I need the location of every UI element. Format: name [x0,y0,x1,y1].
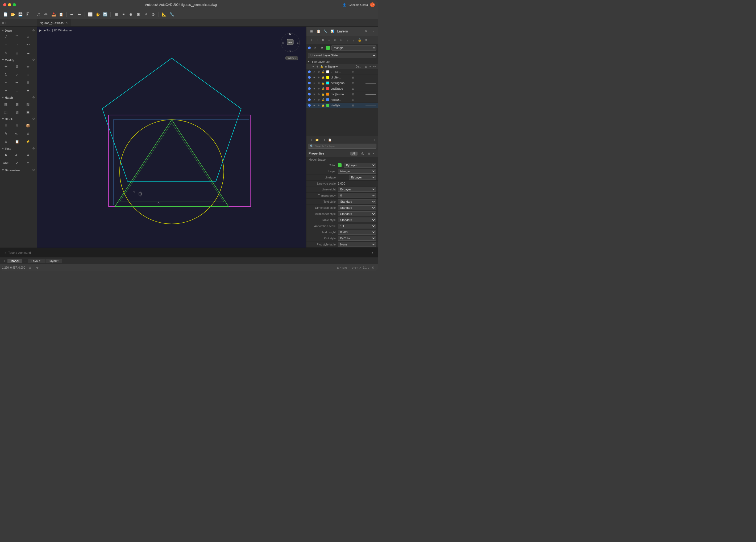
prop-select[interactable]: 0 [338,193,376,198]
layer-lock-icon[interactable]: 🔓 [322,76,325,79]
block7-tool[interactable]: ⊗ [2,138,10,145]
blocks-btn[interactable]: ⊞ [135,11,142,18]
properties-btn[interactable]: ≡ [120,11,127,18]
modify-section[interactable]: ▾ Modify ⚙ [1,57,36,62]
tool5[interactable]: 🔧 [168,11,175,18]
nav-arrow[interactable]: ▶ [39,29,41,32]
panel-icon1[interactable]: ⊞ [309,28,314,34]
layers-btn[interactable]: ▦ [113,11,119,18]
layer-lock-icon[interactable]: 🔓 [322,87,325,90]
chamfer-tool[interactable]: ⌙ [13,87,21,94]
hatch-tool[interactable]: ⊞ [13,49,21,57]
layer-toolbar-btn8[interactable]: ↓ [351,37,356,43]
freehand-tool[interactable]: ✎ [2,49,10,57]
notification-badge[interactable]: 17 [370,2,375,7]
layer-colorbox[interactable] [326,87,329,90]
panel-icon4[interactable]: 📊 [329,28,335,34]
layer-toolbar-btn2[interactable]: ⊟ [314,37,319,43]
visibility-icon[interactable]: ☀ [312,45,318,51]
hatch3-tool[interactable]: ▧ [24,100,32,108]
rotate-tool[interactable]: ↻ [2,71,10,78]
tab-layout2[interactable]: Layout2 [45,259,62,263]
block3-tool[interactable]: 📦 [24,122,32,129]
explode-tool[interactable]: ✸ [24,87,32,94]
stretch-tool[interactable]: ↕ [24,71,32,78]
layer-toolbar-btn9[interactable]: 🔒 [357,37,362,43]
preview-btn[interactable]: 👁 [43,11,49,18]
minimize-button[interactable] [8,3,11,6]
tab-add-btn[interactable]: + [2,258,7,264]
layer-toolbar-btn1[interactable]: ⊞ [308,37,313,43]
prop-select[interactable]: Standard [338,211,376,216]
hatch5-tool[interactable]: ▨ [13,108,21,116]
search-filter-btn2[interactable]: 📁 [314,137,320,143]
layer-row[interactable]: ☀ ❄ 🔓 quadrado De... ⊞ ——— [306,86,378,91]
prop-select[interactable]: Standard [338,205,376,210]
search-input-wrap[interactable]: 🔍 [308,144,376,149]
layer-lock-icon[interactable]: 🔓 [322,104,325,107]
arc-tool[interactable]: ⌒ [13,33,21,41]
save-as-btn[interactable]: 🗄 [24,11,31,18]
layer-toolbar-btn3[interactable]: ⊠ [320,37,326,43]
layer-freeze-icon[interactable]: ❄ [317,87,320,90]
layer-freeze-icon[interactable]: ❄ [317,98,320,101]
prop-select[interactable]: 1:1 [338,224,376,228]
current-layer-select[interactable]: triangle 0 circle pentagono quadrado rec… [331,45,376,51]
col-name[interactable]: Name ▾ [328,65,352,68]
wcs-badge[interactable]: WCS ▾ [285,56,298,60]
close-button[interactable] [3,3,6,6]
canvas-area[interactable]: ▶ ▶ Top | 2D Wireframe N E S W TOP WCS ▾ [37,27,306,248]
layer-state-select[interactable]: Unsaved Layer State [308,53,376,58]
fullscreen-button[interactable] [13,3,16,6]
prop-select[interactable]: ByLayer [338,187,376,192]
layer-colorbox[interactable] [326,93,329,96]
block8-tool[interactable]: 📋 [13,138,21,145]
groups-btn[interactable]: ⊕ [128,11,134,18]
layer-colorbox[interactable] [326,104,329,107]
col-visibility[interactable]: ☀ [311,65,315,68]
prop-select[interactable]: triangle [338,169,376,174]
prop-select[interactable]: Standard [338,199,376,204]
hatch-section[interactable]: ▾ Hatch ⚙ [1,95,36,100]
layer-visibility-icon[interactable]: ☀ [313,98,316,101]
layer-toolbar-btn4[interactable]: ≡ [326,37,332,43]
trim-tool[interactable]: ✂ [2,79,10,86]
text6-tool[interactable]: ⊙ [24,159,32,167]
measure-btn[interactable]: 📐 [161,11,167,18]
tab-layout-add[interactable]: + [22,258,28,264]
layer-toolbar-btn5[interactable]: ⊕ [333,37,338,43]
tab-figuras[interactable]: figuras_g...etricas* ✕ [37,19,71,26]
prop-close-icon[interactable]: ✕ [371,151,376,156]
move-tool[interactable]: ✛ [2,63,10,70]
cmd-icon2[interactable]: ↑ [374,251,376,255]
prop-select[interactable]: None [338,242,376,247]
save-btn[interactable]: 💾 [17,11,23,18]
layer-colorbox[interactable] [326,81,329,85]
col-lock[interactable]: 🔒 [320,65,323,68]
layer-search-input[interactable] [315,145,375,148]
layer-lock-icon[interactable]: 🔓 [322,98,325,101]
dimension-section[interactable]: ▾ Dimension ⚙ [1,167,36,172]
layer-freeze-icon[interactable]: ❄ [317,104,320,107]
polyline-tool[interactable]: ⌇ [13,41,21,49]
layer-toolbar-btn6[interactable]: ⊗ [339,37,344,43]
layer-lock-icon[interactable]: 🔓 [322,93,325,96]
undo-btn[interactable]: ↩ [69,11,75,18]
grid-btn[interactable]: ⊞ [27,265,32,270]
hide-layer-list[interactable]: ▾ Hide Layer List [306,59,378,64]
block2-tool[interactable]: ⊟ [13,122,21,129]
mirror-tool[interactable]: ⇔ [24,63,32,70]
print-btn[interactable]: 🖨 [35,11,42,18]
text1-tool[interactable]: A [2,151,10,159]
block4-tool[interactable]: ✎ [2,130,10,137]
tool4[interactable]: ⊙ [150,11,156,18]
layer-visibility-icon[interactable]: ☀ [313,104,316,107]
cmd-down-icon[interactable]: ▾ [372,251,373,255]
layer-visibility-icon[interactable]: ☀ [313,87,316,90]
circle-tool[interactable]: ○ [24,33,32,41]
layer-row[interactable]: ☀ ❄ 🔓 rec_aurea De... ⊞ ——— [306,91,378,97]
col-freeze[interactable]: ❄ [315,65,319,68]
layer-row[interactable]: ☀ ❄ 🔓 circle De... ⊞ ——— [306,75,378,80]
tab-all[interactable]: All [350,152,358,156]
offset-tool[interactable]: ⊟ [24,79,32,86]
